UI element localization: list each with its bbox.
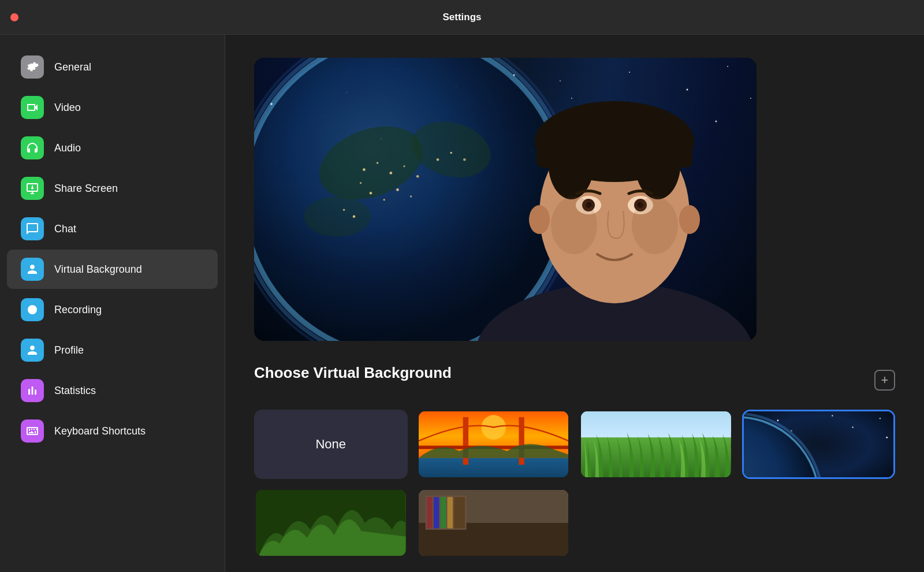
svg-point-58 xyxy=(529,205,550,234)
traffic-lights xyxy=(10,13,44,21)
svg-point-77 xyxy=(852,426,853,428)
svg-point-29 xyxy=(403,165,405,167)
none-label: None xyxy=(315,437,346,452)
sidebar-item-statistics[interactable]: Statistics xyxy=(7,371,218,410)
svg-rect-63 xyxy=(419,458,569,477)
svg-point-72 xyxy=(777,419,778,421)
sidebar-item-profile[interactable]: Profile xyxy=(7,330,218,370)
bg-thumb-space[interactable] xyxy=(742,410,896,479)
keyboard-icon-container xyxy=(21,419,44,443)
forest-thumbnail xyxy=(256,490,406,556)
chat-icon-container xyxy=(21,217,44,240)
virtual-bg-icon-container xyxy=(21,258,44,281)
svg-point-9 xyxy=(727,66,728,67)
bg-thumb-none[interactable]: None xyxy=(254,410,408,479)
bridge-thumbnail xyxy=(419,411,569,477)
svg-rect-51 xyxy=(536,133,692,168)
svg-point-37 xyxy=(450,152,452,154)
person-svg xyxy=(459,75,757,341)
svg-point-74 xyxy=(832,415,833,416)
content-area: Choose Virtual Background + None xyxy=(225,35,924,572)
sidebar-video-label: Video xyxy=(54,102,81,114)
svg-point-28 xyxy=(389,172,392,174)
sidebar-recording-label: Recording xyxy=(54,304,102,316)
window-title: Settings xyxy=(442,12,481,23)
sidebar-item-video[interactable]: Video xyxy=(7,88,218,127)
svg-point-79 xyxy=(886,437,888,439)
share-screen-icon-container xyxy=(21,177,44,200)
audio-icon-container xyxy=(21,136,44,159)
sidebar-statistics-label: Statistics xyxy=(54,385,96,397)
svg-point-25 xyxy=(304,196,371,237)
sidebar-item-recording[interactable]: Recording xyxy=(7,290,218,329)
sidebar-item-share-screen[interactable]: Share Screen xyxy=(7,169,218,208)
bar-chart-icon xyxy=(25,384,39,398)
svg-point-78 xyxy=(791,430,792,431)
bg-thumb-bridge[interactable] xyxy=(417,410,571,479)
sidebar-share-label: Share Screen xyxy=(54,183,118,195)
headphones-icon xyxy=(25,141,39,155)
bg-thumb-grass[interactable] xyxy=(579,410,733,479)
sidebar-audio-label: Audio xyxy=(54,142,81,154)
person-icon xyxy=(25,262,39,276)
gear-icon xyxy=(25,60,39,74)
svg-rect-87 xyxy=(427,497,432,528)
svg-rect-68 xyxy=(581,411,731,437)
svg-rect-90 xyxy=(447,497,452,528)
bg-thumb-forest[interactable] xyxy=(254,488,408,558)
svg-point-59 xyxy=(679,205,700,234)
profile-icon-container xyxy=(21,339,44,362)
sidebar-item-general[interactable]: General xyxy=(7,47,218,87)
sidebar-virtual-label: Virtual Background xyxy=(54,263,142,276)
title-bar: Settings xyxy=(0,0,924,35)
sidebar-item-virtual-background[interactable]: Virtual Background xyxy=(7,250,218,289)
record-icon xyxy=(25,303,39,317)
close-button[interactable] xyxy=(10,13,18,21)
svg-point-27 xyxy=(377,162,378,164)
sidebar-item-audio[interactable]: Audio xyxy=(7,128,218,168)
section-title: Choose Virtual Background xyxy=(254,364,452,382)
office-thumbnail xyxy=(419,490,569,556)
svg-rect-89 xyxy=(440,497,445,528)
svg-point-39 xyxy=(343,209,345,210)
svg-point-0 xyxy=(28,305,37,314)
add-background-button[interactable]: + xyxy=(874,370,895,391)
svg-point-34 xyxy=(396,188,399,191)
svg-point-60 xyxy=(551,196,597,254)
general-icon xyxy=(21,55,44,79)
sidebar-item-chat[interactable]: Chat xyxy=(7,209,218,248)
svg-point-32 xyxy=(370,192,372,195)
sidebar-keyboard-label: Keyboard Shortcuts xyxy=(54,425,146,437)
svg-point-36 xyxy=(437,158,439,161)
grass-thumbnail xyxy=(581,411,731,477)
svg-point-33 xyxy=(383,199,385,200)
svg-point-26 xyxy=(363,168,366,171)
sidebar-general-label: General xyxy=(54,61,91,73)
svg-point-7 xyxy=(629,72,630,73)
keyboard-icon xyxy=(25,424,39,438)
video-camera-icon xyxy=(25,101,39,114)
svg-rect-88 xyxy=(433,497,438,528)
background-grid: None xyxy=(254,410,895,479)
video-preview xyxy=(254,58,757,341)
bg-thumb-office[interactable] xyxy=(417,488,571,558)
sidebar-chat-label: Chat xyxy=(54,223,76,235)
svg-rect-91 xyxy=(454,497,465,528)
sidebar-item-keyboard-shortcuts[interactable]: Keyboard Shortcuts xyxy=(7,411,218,451)
sidebar: General Video Audio xyxy=(0,35,225,572)
sidebar-profile-label: Profile xyxy=(54,344,84,356)
background-grid-row2 xyxy=(254,488,895,558)
section-header: Choose Virtual Background + xyxy=(254,364,895,396)
video-icon-container xyxy=(21,96,44,119)
main-layout: General Video Audio xyxy=(0,35,924,572)
svg-point-61 xyxy=(632,196,678,254)
monitor-share-icon xyxy=(25,181,39,195)
svg-point-30 xyxy=(416,175,419,178)
recording-icon-container xyxy=(21,298,44,321)
chat-bubble-icon xyxy=(25,222,39,236)
svg-point-76 xyxy=(879,418,880,419)
svg-point-40 xyxy=(353,215,356,218)
svg-point-35 xyxy=(410,195,412,197)
space-thumbnail xyxy=(744,411,894,477)
statistics-icon-container xyxy=(21,379,44,402)
